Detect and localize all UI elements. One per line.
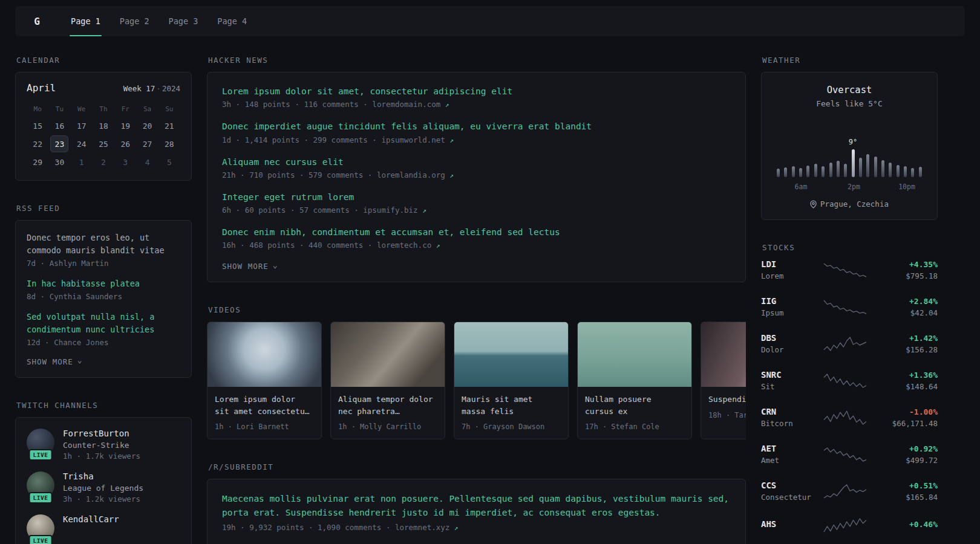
- video-card: Aliquam tempor dolor nec pharetra… 1h · …: [330, 322, 445, 439]
- hn-meta-text: 16h · 468 points · 440 comments ·: [222, 241, 377, 250]
- top-bar: G Page 1 Page 2 Page 3 Page 4: [15, 6, 965, 36]
- calendar-day: 27: [139, 135, 157, 152]
- calendar-day: 3: [116, 154, 134, 170]
- stock-sparkline: [823, 299, 867, 315]
- video-thumbnail[interactable]: [454, 322, 568, 387]
- stock-ticker: AHS: [761, 519, 811, 529]
- twitch-channel-row[interactable]: LIVE KendallCarr: [27, 514, 180, 542]
- video-title[interactable]: Mauris sit amet massa felis: [462, 393, 561, 417]
- stock-id: LDI Lorem: [761, 259, 811, 280]
- stock-row[interactable]: LDI Lorem +4.35% $795.18: [761, 259, 938, 280]
- hn-item-title[interactable]: Integer eget rutrum lorem: [222, 191, 731, 203]
- rss-item-title[interactable]: In hac habitasse platea: [27, 277, 180, 290]
- stock-id: CRN Bitcorn: [761, 407, 811, 428]
- stock-row[interactable]: AET Amet +0.92% $499.72: [761, 444, 938, 465]
- weather-bar: [919, 167, 922, 177]
- tab-page-1[interactable]: Page 1: [61, 6, 110, 36]
- tab-page-4[interactable]: Page 4: [207, 6, 256, 36]
- hn-domain-link[interactable]: ipsumify.biz: [363, 206, 417, 215]
- hn-item-title[interactable]: Lorem ipsum dolor sit amet, consectetur …: [222, 85, 731, 97]
- stock-spark-wrap: [811, 447, 880, 462]
- stocks-list: LDI Lorem +4.35% $795.18 IIG Ipsum: [761, 259, 938, 533]
- stock-change: +4.35%: [880, 260, 938, 269]
- weather-location-label: Prague, Czechia: [820, 199, 889, 209]
- video-thumbnail[interactable]: [207, 322, 321, 387]
- tab-page-3[interactable]: Page 3: [159, 6, 208, 36]
- video-meta: 18h · Tara: [708, 411, 746, 419]
- weather-bar: [866, 154, 869, 177]
- rss-item-title[interactable]: Donec tempor eros leo, ut commodo mauris…: [27, 232, 180, 257]
- weather-feels-like: Feels like 5°C: [774, 99, 925, 108]
- video-title[interactable]: Nullam posuere cursus ex: [585, 393, 684, 417]
- hn-show-more-button[interactable]: SHOW MORE ⌄: [222, 262, 278, 271]
- hn-item: Integer eget rutrum lorem 6h · 60 points…: [222, 191, 731, 215]
- stock-row[interactable]: CRN Bitcorn -1.00% $66,171.48: [761, 407, 938, 428]
- external-link-icon[interactable]: ↗: [454, 524, 459, 532]
- stock-values: +1.36% $148.64: [880, 371, 938, 391]
- calendar-day: 26: [116, 135, 134, 152]
- rss-card: Donec tempor eros leo, ut commodo mauris…: [15, 220, 192, 378]
- weather-bar: [859, 158, 862, 177]
- hn-item-title[interactable]: Donec imperdiet augue tincidunt felis al…: [222, 120, 731, 132]
- stocks-section-title: STOCKS: [762, 243, 938, 252]
- external-link-icon[interactable]: ↗: [449, 172, 454, 180]
- hn-domain-link[interactable]: loremtech.co: [377, 241, 431, 250]
- hn-item-title[interactable]: Donec enim nibh, condimentum et accumsan…: [222, 226, 731, 238]
- stock-sparkline: [823, 447, 867, 462]
- rss-item-meta: 8d · Cynthia Saunders: [27, 292, 180, 301]
- hn-domain-link[interactable]: loremlandia.org: [377, 170, 445, 180]
- video-title[interactable]: Aliquam tempor dolor nec pharetra…: [338, 393, 437, 417]
- weather-location: Prague, Czechia: [774, 199, 925, 209]
- hn-domain-link[interactable]: loremdomain.com: [372, 100, 440, 109]
- hn-domain-link[interactable]: ipsumworld.net: [381, 135, 445, 144]
- stock-row[interactable]: AHS +0.46%: [761, 517, 938, 533]
- video-thumbnail[interactable]: [701, 322, 746, 387]
- hackernews-card: Lorem ipsum dolor sit amet, consectetur …: [207, 72, 746, 282]
- video-meta: 1h · Lori Barnett: [215, 423, 314, 431]
- stock-id: AET Amet: [761, 444, 811, 465]
- external-link-icon[interactable]: ↗: [445, 101, 449, 109]
- stock-row[interactable]: SNRC Sit +1.36% $148.64: [761, 370, 938, 391]
- hn-item-title[interactable]: Aliquam nec cursus elit: [222, 156, 731, 168]
- weather-peak-temp: 9°: [849, 138, 857, 146]
- live-badge: LIVE: [29, 449, 53, 461]
- external-link-icon[interactable]: ↗: [449, 137, 454, 144]
- weather-bar: [837, 161, 840, 177]
- stock-spark-wrap: [811, 262, 880, 278]
- show-more-label: SHOW MORE: [27, 357, 73, 366]
- calendar-day: 21: [160, 117, 178, 134]
- reddit-post-title[interactable]: Maecenas mollis pulvinar erat non posuer…: [222, 492, 731, 519]
- twitch-channel-row[interactable]: LIVE Trisha League of Legends 3h · 1.2k …: [27, 471, 180, 504]
- stock-ticker: SNRC: [761, 370, 811, 380]
- weather-section: WEATHER Overcast Feels like 5°C 9° 6am2p…: [761, 56, 938, 220]
- video-title[interactable]: Suspendisse diam: [708, 393, 746, 406]
- stock-id: SNRC Sit: [761, 370, 811, 391]
- weather-bar: [806, 166, 809, 177]
- stock-spark-wrap: [811, 410, 880, 426]
- app-logo[interactable]: G: [21, 6, 53, 36]
- stock-row[interactable]: CCS Consectetur +0.51% $165.84: [761, 481, 938, 502]
- rss-item-title[interactable]: Sed volutpat nulla nisl, a condimentum n…: [27, 311, 180, 336]
- calendar-weekday: We: [77, 101, 85, 116]
- stock-row[interactable]: DBS Dolor +1.42% $156.28: [761, 333, 938, 354]
- weather-card: Overcast Feels like 5°C 9° 6am2pm10pm Pr…: [761, 72, 938, 220]
- reddit-domain-link[interactable]: loremnet.xyz: [395, 523, 449, 532]
- avatar-wrap: LIVE: [27, 514, 54, 542]
- external-link-icon[interactable]: ↗: [436, 242, 440, 250]
- video-thumbnail[interactable]: [331, 322, 445, 387]
- video-thumbnail[interactable]: [578, 322, 691, 387]
- twitch-channel-row[interactable]: LIVE ForrestBurton Counter-Strike 1h · 1…: [27, 429, 180, 461]
- video-body: Aliquam tempor dolor nec pharetra… 1h · …: [331, 387, 445, 439]
- external-link-icon[interactable]: ↗: [422, 207, 426, 215]
- rss-show-more-button[interactable]: SHOW MORE ⌄: [27, 357, 83, 366]
- weather-bar: [799, 168, 802, 177]
- calendar-day: 18: [94, 117, 113, 134]
- live-badge: LIVE: [29, 535, 53, 544]
- calendar-day: 16: [50, 117, 68, 134]
- stock-row[interactable]: IIG Ipsum +2.84% $42.04: [761, 296, 938, 317]
- weather-bar: [881, 160, 884, 177]
- tab-page-2[interactable]: Page 2: [110, 6, 159, 36]
- video-title[interactable]: Lorem ipsum dolor sit amet consectetu…: [215, 393, 314, 417]
- weather-time-label: 10pm: [898, 183, 915, 191]
- hn-item-meta: 21h · 710 points · 579 comments · loreml…: [222, 170, 731, 180]
